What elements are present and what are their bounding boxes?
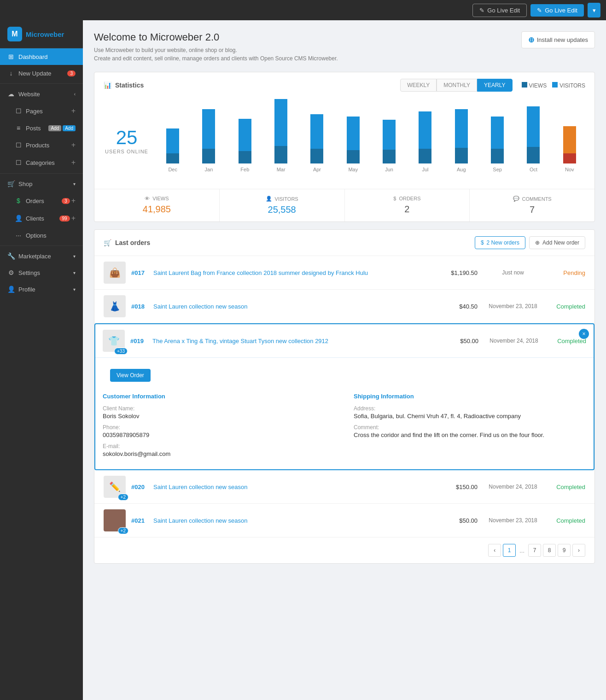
logo-text: Microweber [26, 30, 64, 38]
order-019-thumb-badge: +33 [114, 348, 128, 355]
bar-stack-Apr[interactable] [310, 114, 323, 164]
new-orders-button[interactable]: $ 2 New orders [475, 236, 525, 249]
comment-value: Cross the coridor and find the lift on t… [354, 432, 586, 438]
clients-add-icon[interactable]: + [71, 214, 76, 222]
bar-views-Nov [563, 153, 576, 163]
tab-monthly[interactable]: MONTHLY [437, 79, 477, 92]
add-order-button[interactable]: ⊕ Add New order [529, 236, 585, 249]
bar-stack-Nov[interactable] [563, 126, 576, 164]
dollar-btn-icon: $ [481, 239, 484, 246]
bar-stack-Oct[interactable] [527, 106, 540, 164]
order-018-name[interactable]: Saint Lauren collection new season [153, 303, 435, 310]
order-017-date: Just now [483, 269, 543, 276]
bar-label-Aug: Aug [457, 167, 466, 172]
tab-weekly[interactable]: WEEKLY [400, 79, 437, 92]
page-title: Welcome to Microweber 2.0 [94, 31, 338, 43]
bar-stack-Jul[interactable] [419, 111, 431, 164]
settings-icon: ⚙ [7, 269, 15, 276]
order-021-number[interactable]: #021 [131, 517, 148, 524]
go-live-edit-filled-label: Go Live Edit [545, 7, 577, 14]
shipping-info-title: Shipping Information [354, 393, 586, 400]
sidebar-item-settings[interactable]: ⚙ Settings ▾ [0, 264, 83, 281]
order-021-thumb: +2 [104, 509, 126, 531]
tab-yearly[interactable]: YEARLY [477, 79, 512, 92]
sidebar-item-shop[interactable]: 🛒 Shop ▾ [0, 175, 83, 192]
order-020-date: November 24, 2018 [483, 484, 543, 490]
comment-icon: 💬 [513, 196, 519, 202]
order-021-name[interactable]: Saint Lauren collection new season [153, 517, 435, 524]
sidebar-item-dashboard[interactable]: ⊞ Dashboard [0, 48, 83, 65]
bar-group-Oct: Oct [518, 106, 549, 172]
install-updates-button[interactable]: ⊕ Install new updates [521, 31, 595, 48]
orders-add-icon[interactable]: + [71, 197, 76, 205]
order-019-name[interactable]: The Arena x Ting & Ting, vintage Stuart … [152, 338, 436, 344]
pages-add-icon[interactable]: + [71, 107, 76, 115]
bar-stack-Feb[interactable] [239, 119, 251, 164]
pagination-next[interactable]: › [572, 544, 585, 557]
bar-stack-Sep[interactable] [491, 117, 504, 164]
pagination-page-9[interactable]: 9 [558, 544, 571, 557]
eye-icon: 👁 [145, 196, 150, 201]
order-019-close-button[interactable]: × [579, 329, 589, 339]
bar-group-Jun: Jun [373, 120, 405, 172]
bar-views-Mar [274, 146, 287, 163]
marketplace-icon: 🔧 [7, 252, 15, 260]
view-order-section: View Order [95, 363, 594, 387]
order-020-name[interactable]: Saint Lauren collection new season [153, 484, 435, 490]
sidebar-item-pages[interactable]: ☐ Pages + [0, 102, 83, 120]
sidebar-item-posts[interactable]: ≡ Posts Add Add [0, 120, 83, 136]
bar-visitors-Jan [202, 109, 215, 149]
order-021-date: November 23, 2018 [483, 517, 543, 524]
order-019-number[interactable]: #019 [130, 338, 147, 344]
go-live-edit-filled-button[interactable]: ✎ Go Live Edit [530, 4, 584, 17]
bar-label-Nov: Nov [565, 167, 574, 172]
bar-visitors-Oct [527, 106, 540, 147]
sidebar-item-orders[interactable]: $ Orders 3 + [0, 192, 83, 210]
bar-stack-Aug[interactable] [455, 109, 468, 164]
categories-add-icon[interactable]: + [71, 158, 76, 167]
order-017-name[interactable]: Saint Laurent Bag from France collection… [153, 269, 435, 276]
sidebar-item-new-update[interactable]: ↓ New Update 3 [0, 65, 83, 82]
sidebar-pages-label: Pages [26, 108, 43, 115]
bar-visitors-Jun [383, 120, 396, 150]
bar-stack-Dec[interactable] [166, 128, 179, 164]
sidebar-shop-label: Shop [18, 181, 32, 187]
go-live-edit-outline-button[interactable]: ✎ Go Live Edit [472, 4, 527, 17]
bar-stack-Jun[interactable] [383, 120, 396, 164]
sidebar-item-options[interactable]: ··· Options [0, 227, 83, 244]
cart-icon: 🛒 [104, 239, 111, 246]
pagination-page-1[interactable]: 1 [503, 544, 516, 557]
bar-visitors-May [347, 117, 360, 150]
order-017-number[interactable]: #017 [131, 269, 148, 276]
pagination-page-7[interactable]: 7 [528, 544, 541, 557]
products-icon: ☐ [15, 141, 22, 149]
topbar-caret-button[interactable]: ▾ [588, 3, 600, 18]
sidebar-item-profile[interactable]: 👤 Profile ▾ [0, 281, 83, 298]
products-add-icon[interactable]: + [71, 141, 76, 149]
posts-add-tag[interactable]: Add [48, 125, 61, 131]
order-018-number[interactable]: #018 [131, 303, 148, 310]
order-021-status: Completed [548, 517, 585, 524]
sidebar-item-categories[interactable]: ☐ Categories + [0, 154, 83, 171]
bar-visitors-Nov [563, 126, 576, 153]
sidebar-item-marketplace[interactable]: 🔧 Marketplace ▾ [0, 248, 83, 264]
address-value: Sofia, Bulgaria, bul. Cherni Vruh 47, fl… [354, 413, 586, 420]
order-020-thumb: ✏️ +2 [104, 476, 126, 498]
phone-field: Phone: 00359878905879 [103, 424, 335, 438]
view-order-button[interactable]: View Order [110, 369, 151, 382]
sidebar-item-website[interactable]: ☁ Website ‹ [0, 86, 83, 102]
bar-stack-Mar[interactable] [274, 99, 287, 164]
order-020-price: $150.00 [441, 484, 478, 490]
bar-stack-May[interactable] [347, 117, 360, 164]
sidebar-marketplace-label: Marketplace [18, 253, 51, 260]
bar-stack-Jan[interactable] [202, 109, 215, 164]
order-details: Customer Information Client Name: Boris … [95, 393, 594, 469]
order-020-number[interactable]: #020 [131, 484, 148, 490]
posts-icon: ≡ [15, 124, 22, 132]
sidebar-item-products[interactable]: ☐ Products + [0, 136, 83, 154]
pagination-page-8[interactable]: 8 [543, 544, 556, 557]
posts-add-tag-blue[interactable]: Add [63, 125, 76, 131]
sidebar-item-clients[interactable]: 👤 Clients 99 + [0, 210, 83, 227]
visitor-icon: 👤 [266, 196, 272, 202]
pagination-prev[interactable]: ‹ [488, 544, 501, 557]
